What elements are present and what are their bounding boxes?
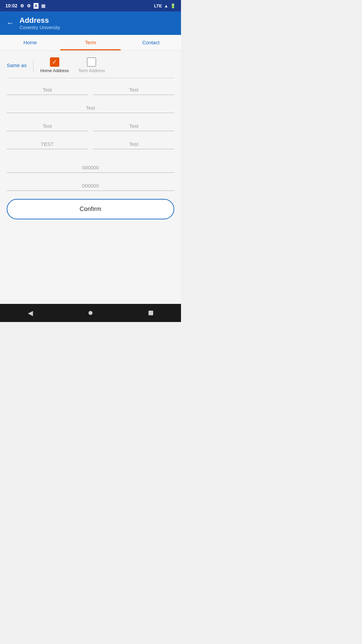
field-row1-input2[interactable]: [93, 84, 174, 95]
field-row1-left: [7, 84, 88, 95]
content-area: Same as ✓ Home Address Term Address: [0, 51, 181, 304]
status-bar-right: LTE ▲ 🔋: [154, 3, 176, 8]
header-text: Address Coventry University: [19, 16, 60, 30]
tab-contact[interactable]: Contact: [121, 35, 181, 50]
field-row-5: [7, 161, 174, 173]
same-as-row: Same as ✓ Home Address Term Address: [7, 57, 174, 78]
back-button[interactable]: ←: [7, 19, 14, 28]
field-row4-input1[interactable]: [7, 138, 88, 149]
confirm-button[interactable]: Confirm: [7, 199, 174, 219]
home-address-checkbox[interactable]: ✓: [50, 57, 59, 67]
field-row4-input2[interactable]: [93, 138, 174, 149]
page-subtitle: Coventry University: [19, 25, 60, 30]
bottom-navigation: ◀: [0, 304, 181, 322]
field-row6-input1[interactable]: [7, 179, 174, 191]
field-row3-input1[interactable]: [7, 120, 88, 131]
field-row4-right: [93, 138, 174, 149]
signal-icon: ▲: [164, 3, 168, 8]
field-row1-right: [93, 84, 174, 95]
checkbox-group: ✓ Home Address Term Address: [40, 57, 105, 73]
field-row6-full: [7, 179, 174, 191]
field-row2-full: [7, 102, 174, 113]
field-row-4: [7, 138, 174, 149]
term-address-checkbox[interactable]: [87, 57, 96, 67]
settings-icon-2: ⚙: [27, 3, 31, 8]
field-row-2: [7, 102, 174, 113]
same-as-label: Same as: [7, 62, 26, 68]
settings-icon-1: ⚙: [20, 3, 24, 8]
field-row5-input1[interactable]: [7, 161, 174, 173]
recents-nav-button[interactable]: [148, 311, 153, 315]
tab-bar: Home Term Contact: [0, 35, 181, 51]
field-row3-right: [93, 120, 174, 131]
tab-term[interactable]: Term: [60, 35, 121, 50]
status-bar: 10:02 ⚙ ⚙ A ▤ LTE ▲ 🔋: [0, 0, 181, 11]
term-address-checkbox-item[interactable]: Term Address: [78, 57, 105, 73]
field-row-6: [7, 179, 174, 191]
font-icon: A: [34, 3, 39, 9]
home-address-label: Home Address: [40, 68, 69, 73]
memory-icon: ▤: [41, 3, 45, 8]
page-title: Address: [19, 16, 60, 25]
battery-icon: 🔋: [170, 3, 176, 8]
lte-label: LTE: [154, 3, 162, 8]
term-address-label: Term Address: [78, 68, 105, 73]
header: ← Address Coventry University: [0, 11, 181, 35]
home-nav-button[interactable]: [88, 311, 93, 315]
tab-home[interactable]: Home: [0, 35, 60, 50]
home-address-checkbox-item[interactable]: ✓ Home Address: [40, 57, 69, 73]
vertical-divider: [33, 59, 34, 72]
field-row1-input1[interactable]: [7, 84, 88, 95]
back-nav-button[interactable]: ◀: [28, 309, 33, 317]
field-row-3: [7, 120, 174, 131]
field-row2-input1[interactable]: [7, 102, 174, 113]
time-display: 10:02: [5, 3, 17, 8]
status-bar-left: 10:02 ⚙ ⚙ A ▤: [5, 3, 45, 9]
field-row3-left: [7, 120, 88, 131]
field-row4-left: [7, 138, 88, 149]
field-row5-full: [7, 161, 174, 173]
field-row3-input2[interactable]: [93, 120, 174, 131]
field-row-1: [7, 84, 174, 95]
